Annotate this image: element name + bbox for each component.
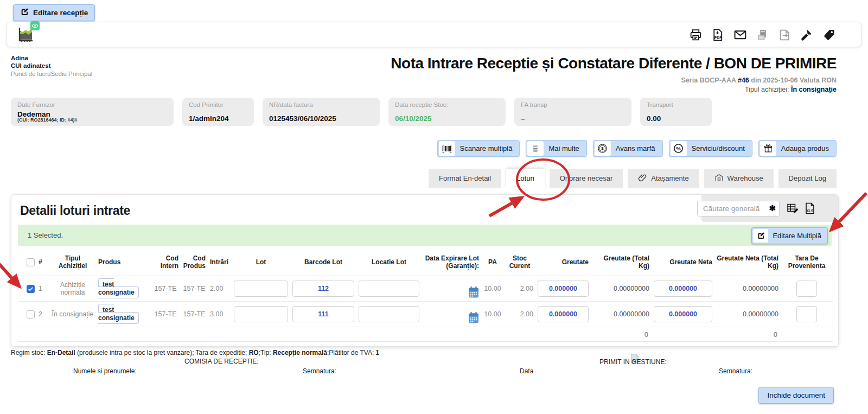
loturi-panel: Detalii loturi intrate ✱ XLS 1 Selected.… bbox=[11, 194, 839, 347]
svg-text:PDF: PDF bbox=[714, 36, 722, 40]
greutate-input[interactable] bbox=[538, 306, 589, 322]
barcode-lot-input[interactable] bbox=[292, 306, 354, 322]
total-greutate-neta: 0 bbox=[714, 330, 781, 339]
locatie-lot-input[interactable] bbox=[359, 281, 419, 297]
info-box-transport: Transport 0.00 bbox=[640, 98, 712, 126]
document-toolbar: PDF bbox=[689, 28, 836, 42]
info-box-fa-transp: FA transp – bbox=[514, 98, 631, 126]
product-box[interactable]: test consignatie bbox=[98, 304, 139, 324]
print-icon[interactable] bbox=[689, 28, 703, 42]
search-wrap: ✱ bbox=[697, 201, 780, 216]
tab-loturi[interactable]: Loturi bbox=[506, 169, 545, 188]
tools-hammer-icon[interactable] bbox=[800, 28, 814, 42]
document-number: #46 bbox=[738, 77, 749, 84]
export-xls-icon[interactable]: XLS bbox=[803, 202, 816, 217]
panel-title: Detalii loturi intrate bbox=[20, 203, 130, 218]
acquisition-type: Tipul achiziției: În consignație bbox=[511, 86, 837, 93]
edit-icon bbox=[20, 8, 29, 18]
tara-input[interactable] bbox=[796, 281, 817, 297]
info-box-data-receptie: Data receptie Stoc: 06/10/2025 bbox=[388, 98, 506, 126]
bulk-edit-button[interactable]: Editare Multiplă bbox=[751, 227, 828, 244]
selection-bar: 1 Selected. Editare Multiplă bbox=[18, 225, 832, 246]
greutate-input[interactable] bbox=[538, 281, 589, 297]
numele-label: Numele si prenumele: bbox=[73, 367, 137, 375]
table-row: 2 În consignație test consignatie 157-TE… bbox=[18, 302, 833, 327]
company-location: Punct de lucruSediu Principal bbox=[11, 70, 92, 78]
warehouse-icon bbox=[714, 173, 724, 184]
svg-text:%: % bbox=[676, 145, 681, 151]
top-header-bar: PDF bbox=[7, 22, 861, 47]
tipul-achizitiei: Achiziție normală bbox=[49, 281, 96, 296]
row-checkbox[interactable] bbox=[27, 310, 35, 319]
company-info: Adina CUI adinatest Punct de lucruSediu … bbox=[11, 54, 92, 78]
tab-atasamente[interactable]: Atașamente bbox=[628, 169, 699, 188]
paperclip-icon bbox=[638, 173, 647, 184]
semnatura-right-label: Semnatura: bbox=[719, 367, 752, 375]
comisia-label: COMISIA DE RECEPTIE: bbox=[184, 358, 259, 365]
svg-text:XLS: XLS bbox=[807, 209, 814, 213]
info-box-furnizor: Date Furnizor Dedeman (CUI: RO2816464; I… bbox=[11, 98, 174, 126]
calendar-icon[interactable] bbox=[468, 311, 479, 326]
document-series: Seria BOCP-AAA #46 din 2025-10-06 Valuta… bbox=[511, 77, 837, 84]
table-edit-icon[interactable] bbox=[786, 202, 799, 217]
service-discount-button[interactable]: % Serviciu/discount bbox=[669, 140, 752, 157]
product-box[interactable]: test consignatie bbox=[98, 278, 139, 298]
selected-count: 1 Selected. bbox=[28, 231, 63, 239]
gift-icon bbox=[760, 141, 776, 156]
primit-label: PRIMIT IN GESTIUNE: bbox=[599, 358, 667, 366]
svg-text:$: $ bbox=[602, 146, 604, 151]
locatie-lot-input[interactable] bbox=[359, 306, 419, 322]
add-product-button[interactable]: Adauga produs bbox=[758, 140, 837, 157]
tara-input[interactable] bbox=[796, 306, 817, 322]
edit-icon bbox=[753, 229, 768, 243]
select-all-checkbox[interactable] bbox=[27, 258, 35, 266]
clear-search-icon[interactable]: ✱ bbox=[769, 203, 776, 213]
table-header-row: # Tipul Achiziției Produs Cod Intern Cod… bbox=[18, 249, 833, 276]
register-icon[interactable] bbox=[756, 28, 769, 42]
general-search-input[interactable] bbox=[697, 201, 780, 216]
stack-icon bbox=[527, 141, 544, 156]
tipul-achizitiei: În consignație bbox=[49, 310, 96, 318]
eye-badge-icon bbox=[30, 21, 40, 33]
detail-tabs: Format En-detail Loturi Onorare necesar … bbox=[429, 169, 837, 188]
totals-row: 0 0 bbox=[18, 327, 833, 342]
row-checkbox[interactable] bbox=[27, 285, 35, 293]
tab-onorare-necesar[interactable]: Onorare necesar bbox=[550, 169, 623, 188]
barcode-icon bbox=[439, 141, 455, 156]
coin-icon: $ bbox=[595, 141, 611, 156]
tag-icon[interactable] bbox=[822, 28, 836, 42]
pdf-download-icon[interactable]: PDF bbox=[711, 28, 725, 42]
action-buttons: Scanare multiplă Mai multe $ Avans marfă… bbox=[437, 140, 837, 157]
info-box-cod-primitor: Cod Primitor 1/admin204 bbox=[182, 98, 254, 126]
close-document-button[interactable]: Inchide document bbox=[758, 387, 834, 404]
semnatura-left-label: Semnatura: bbox=[303, 367, 336, 375]
page-title: Nota Intrare Receptie și Constatare Dife… bbox=[348, 55, 837, 72]
advance-goods-button[interactable]: $ Avans marfă bbox=[593, 140, 663, 157]
barcode-lot-input[interactable] bbox=[292, 281, 354, 297]
loturi-table: # Tipul Achiziției Produs Cod Intern Cod… bbox=[18, 249, 833, 342]
total-greutate: 0 bbox=[591, 330, 652, 339]
greutate-neta-input[interactable] bbox=[654, 281, 712, 297]
document-info-boxes: Date Furnizor Dedeman (CUI: RO2816464; I… bbox=[11, 98, 712, 126]
company-name: Adina bbox=[11, 54, 92, 62]
more-options-button[interactable]: Mai multe bbox=[526, 140, 586, 157]
calendar-icon[interactable] bbox=[468, 286, 479, 300]
table-row: 1 Achiziție normală test consignatie 157… bbox=[18, 276, 833, 302]
email-icon[interactable] bbox=[733, 28, 747, 42]
info-box-nr-factura: NR/data factura 0125453/06/10/2025 bbox=[263, 98, 380, 126]
tab-warehouse[interactable]: Warehouse bbox=[704, 169, 774, 188]
edit-reception-button[interactable]: Editare recepție bbox=[13, 4, 95, 21]
tab-depozit-log[interactable]: Depozit Log bbox=[778, 169, 837, 188]
multi-scan-button[interactable]: Scanare multiplă bbox=[437, 140, 520, 157]
company-cui: CUI adinatest bbox=[11, 62, 92, 69]
lot-input[interactable] bbox=[234, 306, 288, 322]
greutate-neta-input[interactable] bbox=[654, 306, 712, 322]
tab-format-en-detail[interactable]: Format En-detail bbox=[429, 169, 501, 188]
regim-stoc-line: Regim stoc: En-Detail (produsele intra p… bbox=[11, 349, 379, 356]
percent-icon: % bbox=[671, 141, 687, 156]
copy-document-icon[interactable] bbox=[778, 28, 792, 42]
data-label: Data bbox=[520, 367, 533, 375]
lot-input[interactable] bbox=[234, 281, 288, 297]
app-logo[interactable] bbox=[16, 24, 37, 46]
